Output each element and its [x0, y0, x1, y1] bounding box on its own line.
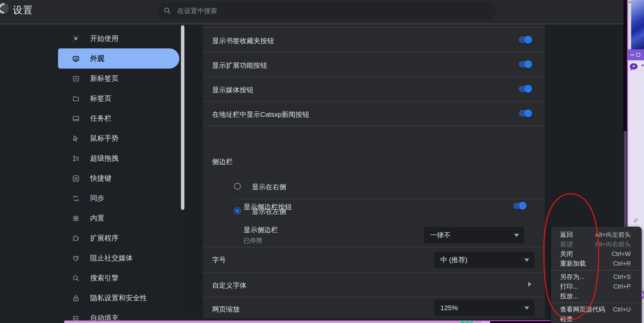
- menu-item-label: 返回: [560, 230, 573, 240]
- font-size-select[interactable]: 中 (推荐): [434, 252, 534, 268]
- sidebar-item-7[interactable]: 超级拖拽: [58, 148, 179, 168]
- puzzle-icon: [72, 234, 80, 242]
- expand-diagonal-icon[interactable]: [633, 218, 638, 224]
- font-size-label: 字号: [212, 255, 226, 265]
- row-divider: [203, 296, 545, 297]
- heart-icon: [72, 254, 80, 262]
- menu-item-8[interactable]: 投放...: [551, 291, 642, 301]
- menu-item-label: 前进: [560, 240, 573, 249]
- settings-row-label: 显示媒体按钮: [212, 85, 254, 95]
- row-divider: [203, 76, 545, 77]
- sidebar-item-10[interactable]: 内置: [58, 208, 179, 228]
- row-divider: [203, 247, 545, 247]
- background-window-scrollbar[interactable]: [628, 0, 631, 49]
- radio-show-left[interactable]: [234, 208, 241, 214]
- menu-item-4[interactable]: 重新加载Ctrl+R: [551, 259, 642, 268]
- search-input[interactable]: [177, 2, 476, 20]
- row-divider: [203, 272, 545, 273]
- menu-item-shortcut: Ctrl+P: [613, 282, 631, 291]
- menu-item-shortcut: Alt+向左箭头: [595, 230, 631, 240]
- toggle-thumb: [524, 85, 532, 93]
- menu-item-2[interactable]: 前进Alt+向右箭头: [551, 240, 642, 249]
- chat-add-button[interactable]: +: [630, 63, 638, 70]
- menu-item-11[interactable]: 检查: [551, 314, 642, 323]
- toggle-1[interactable]: [519, 36, 531, 43]
- settings-row-label: 在地址栏中显示Catsxp新闻按钮: [212, 110, 309, 119]
- cursor-icon: [72, 134, 80, 143]
- menu-divider: [551, 302, 642, 303]
- sidebar-item-label: 内置: [90, 208, 104, 228]
- sidebar-item-label: 新标签页: [90, 68, 118, 88]
- sparkle-star-icon: [72, 35, 80, 43]
- settings-search-box[interactable]: [157, 2, 496, 19]
- taskbar-sliver: [482, 321, 490, 323]
- menu-item-6[interactable]: 另存为...Ctrl+S: [551, 272, 642, 282]
- row-divider: [203, 52, 545, 52]
- sidebar-item-6[interactable]: 鼠标手势: [58, 128, 179, 148]
- sidebar-item-9[interactable]: 同步: [58, 188, 179, 208]
- toggle-thumb: [524, 110, 532, 117]
- sidebar-item-label: 超级拖拽: [90, 148, 118, 168]
- menu-item-3[interactable]: 关闭Ctrl+W: [551, 249, 642, 259]
- plus-icon: +: [630, 63, 638, 69]
- row-divider: [234, 198, 545, 199]
- sidebar-item-2[interactable]: 外观: [58, 48, 179, 68]
- sidebar-item-1[interactable]: 开始使用: [58, 28, 179, 49]
- menu-item-label: 重新加载: [560, 259, 586, 268]
- menu-item-1[interactable]: 返回Alt+向左箭头: [551, 230, 642, 240]
- page-zoom-select[interactable]: 125%: [434, 300, 534, 316]
- page-zoom-label: 网页缩放: [212, 305, 240, 314]
- sidebar-item-11[interactable]: 扩展程序: [58, 228, 179, 248]
- sidebar-scrollbar[interactable]: [181, 25, 184, 210]
- sidebar-item-4[interactable]: 标签页: [58, 88, 179, 108]
- chevron-down-icon: [514, 234, 519, 237]
- page-title: 设置: [13, 4, 33, 16]
- radio-show-right[interactable]: [234, 183, 241, 190]
- menu-item-10[interactable]: 查看网页源代码Ctrl+U: [551, 305, 642, 314]
- taskbar-sliver: [490, 321, 551, 323]
- menu-item-shortcut: Ctrl+W: [612, 249, 631, 259]
- select-value: 125%: [440, 300, 458, 316]
- chevron-right-icon[interactable]: [528, 282, 532, 287]
- clipped-green-text: [466, 321, 469, 323]
- toggle-3[interactable]: [519, 86, 531, 92]
- sidebar-item-label: 任务栏: [90, 108, 112, 128]
- show-sidebar-select[interactable]: 一律不: [424, 227, 524, 244]
- toggle-2[interactable]: [519, 61, 531, 68]
- toggle-thumb: [524, 36, 532, 44]
- show-sidebar-status: 已停用: [244, 236, 262, 245]
- row-divider: [203, 27, 545, 28]
- custom-fonts-label: 自定义字体: [212, 281, 246, 290]
- scroll-up-arrow-icon[interactable]: [629, 1, 631, 3]
- magnifier-icon: [72, 274, 80, 282]
- menu-item-7[interactable]: 打印...Ctrl+P: [551, 282, 642, 291]
- appearance-settings-card: 显示书签收藏夹按钮显示扩展功能按钮显示媒体按钮在地址栏中显示Catsxp新闻按钮…: [203, 24, 545, 318]
- sidebar-section-label: 侧边栏: [212, 157, 233, 166]
- command-key-icon: ⌘: [72, 174, 80, 182]
- menu-item-shortcut: Ctrl+S: [613, 272, 631, 282]
- toggle-thumb: [519, 202, 526, 210]
- maximize-button[interactable]: [636, 53, 640, 57]
- sidebar-item-label: 标签页: [90, 88, 112, 108]
- menu-item-label: 打印...: [560, 282, 578, 291]
- sidebar-item-14[interactable]: 隐私设置和安全性: [58, 288, 179, 308]
- menu-item-shortcut: Ctrl+U: [613, 305, 631, 314]
- sub-toggle-label: 显示侧边栏按钮: [244, 202, 292, 212]
- taskbar-icon: [72, 114, 80, 123]
- taskbar-sliver: [64, 321, 490, 323]
- sidebar-item-3[interactable]: 新标签页: [58, 68, 179, 88]
- menu-item-shortcut: Alt+向右箭头: [595, 240, 631, 249]
- drag-list-icon: [72, 154, 80, 163]
- chevron-down-icon: [524, 306, 529, 310]
- show-sidebar-button-toggle[interactable]: [513, 202, 526, 209]
- lock-icon: [72, 294, 80, 302]
- sidebar-item-13[interactable]: 搜索引擎: [58, 268, 179, 288]
- show-sidebar-label: 显示侧边栏: [244, 225, 278, 235]
- sidebar-item-5[interactable]: 任务栏: [58, 108, 179, 128]
- sidebar-item-8[interactable]: ⌘快捷键: [58, 168, 179, 188]
- minimize-button[interactable]: [630, 54, 634, 55]
- appearance-card-icon: [72, 54, 80, 63]
- sidebar-item-12[interactable]: 阻止社交媒体: [58, 248, 179, 268]
- toggle-4[interactable]: [519, 110, 531, 116]
- settings-sidebar: 开始使用外观新标签页标签页任务栏鼠标手势超级拖拽⌘快捷键同步内置扩展程序阻止社交…: [0, 24, 184, 323]
